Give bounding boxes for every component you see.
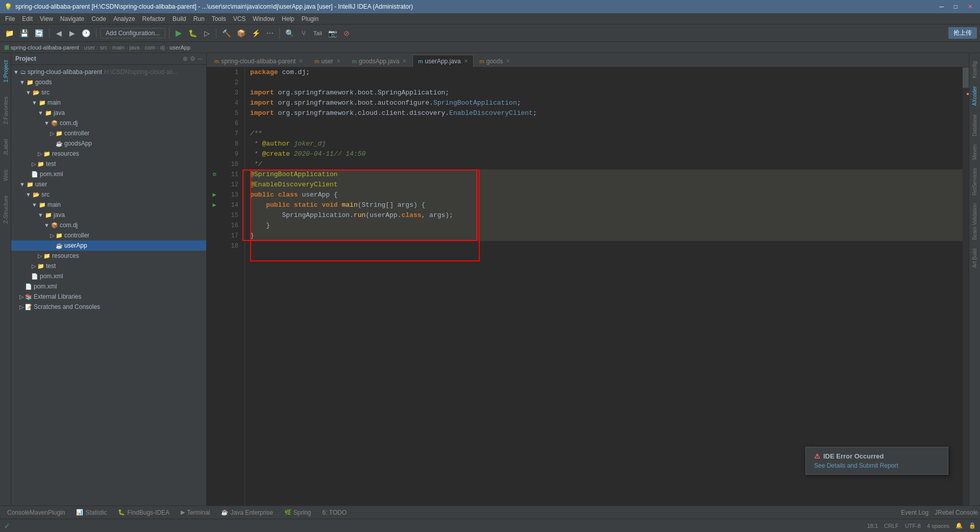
panel-icon-minimize[interactable]: ─ [198,55,202,62]
tree-user-app[interactable]: ▷ ☕ userApp [11,240,206,251]
tab-user-close[interactable]: ✕ [336,58,340,64]
breadcrumb-root[interactable]: spring-cloud-alibaba-parent [11,44,79,51]
close-button[interactable]: ✕ [965,2,976,11]
menu-tools[interactable]: Tools [209,14,229,23]
title-controls[interactable]: ─ □ ✕ [936,2,976,11]
right-panel-artbuild[interactable]: Art Build [971,246,978,271]
toolbar-debug-button[interactable]: 🐛 [186,27,199,39]
tree-goods-pom[interactable]: ▷ 📄 pom.xml [11,169,206,179]
tab-userapp[interactable]: m userApp.java ✕ [412,55,473,67]
breadcrumb-com[interactable]: com [144,44,155,51]
tree-goods-resources[interactable]: ▷ 📁 resources [11,149,206,159]
remote-upload-button[interactable]: 抢上传 [948,27,977,39]
scroll-map[interactable] [963,67,969,505]
gutter-row-14[interactable]: ▶ [207,200,222,210]
right-panel-beam[interactable]: Beam Validation [971,200,978,243]
tree-goods-main[interactable]: ▼ 📁 main [11,98,206,108]
menu-analyze[interactable]: Analyze [110,14,138,23]
toolbar-search-button[interactable]: 🔍 [283,27,296,39]
tree-user-controller[interactable]: ▷ 📁 controller [11,230,206,240]
bottom-tab-todo[interactable]: 6: TODO [317,507,352,518]
right-panel-database[interactable]: Database [971,111,978,139]
tab-goods[interactable]: m goods ✕ [474,55,516,67]
tree-goods-comdj[interactable]: ▼ 📦 com.dj [11,118,206,128]
error-details-link[interactable]: See Details and Submit Report [814,462,940,469]
panel-label-web[interactable]: Web [2,167,10,183]
tree-user-pom[interactable]: ▷ 📄 pom.xml [11,271,206,281]
tree-user[interactable]: ▼ 📁 user [11,179,206,189]
breadcrumb-user[interactable]: user [84,44,95,51]
bottom-tab-spring[interactable]: 🌿 Spring [279,507,316,518]
right-panel-maven[interactable]: Maven [971,141,978,163]
menu-window[interactable]: Window [250,14,278,23]
bottom-tab-findbugs[interactable]: 🐛 FindBugs-IDEA [113,507,175,518]
status-position[interactable]: 18:1 [867,523,878,529]
tree-goods-java[interactable]: ▼ 📁 java [11,108,206,118]
gutter-row-11[interactable]: ⚙ [207,170,222,180]
code-editor[interactable]: ⚙ ▶ ▶ 1 2 3 4 5 6 7 [207,67,969,505]
tab-goodsapp-close[interactable]: ✕ [402,58,406,64]
menu-run[interactable]: Run [190,14,208,23]
tree-root[interactable]: ▼ 🗂 spring-cloud-alibaba-parent H:\CSDN\… [11,67,206,77]
toolbar-more-button[interactable]: ⋯ [264,27,276,39]
tab-user[interactable]: m user ✕ [309,55,346,67]
breadcrumb-src[interactable]: src [100,44,108,51]
toolbar-run-button[interactable]: ▶ [173,27,184,39]
toolbar-power-button[interactable]: ⚡ [250,27,262,39]
right-panel-retservices[interactable]: RetServices [971,165,978,199]
tree-goods-test[interactable]: ▷ 📁 test [11,159,206,169]
menu-build[interactable]: Build [169,14,189,23]
toolbar-camera-button[interactable]: 📷 [326,27,339,39]
tree-user-comdj[interactable]: ▼ 📦 com.dj [11,220,206,230]
tree-goods-src[interactable]: ▼ 📂 src [11,87,206,98]
right-panel-kconfig[interactable]: Kconfig [971,58,978,81]
tree-root-pom[interactable]: ▷ 📄 pom.xml [11,281,206,292]
menu-vcs[interactable]: VCS [230,14,249,23]
breadcrumb-dj[interactable]: dj [160,44,165,51]
tree-user-resources[interactable]: ▷ 📁 resources [11,251,206,261]
panel-icon-settings[interactable]: ⚙ [190,55,195,62]
tree-external-libs[interactable]: ▷ 📚 External Libraries [11,292,206,302]
toolbar-tail-button[interactable]: Tail [311,27,324,39]
toolbar-forward-button[interactable]: ▶ [66,27,78,39]
minimize-button[interactable]: ─ [936,2,947,11]
jrebel-console-link[interactable]: JRebel Console [935,509,978,516]
panel-label-favorites[interactable]: 2:Favorites [2,94,10,126]
toolbar-deploy-button[interactable]: 📦 [235,27,248,39]
breadcrumb-userapp[interactable]: userApp [169,44,190,51]
tab-spring-parent-close[interactable]: ✕ [299,58,303,64]
tree-goods[interactable]: ▼ 📁 goods [11,77,206,87]
tree-user-main[interactable]: ▼ 📁 main [11,200,206,210]
tree-user-src[interactable]: ▼ 📂 src [11,189,206,200]
tree-scratches[interactable]: ▷ 📝 Scratches and Consoles [11,302,206,312]
tab-goods-close[interactable]: ✕ [506,58,510,64]
menu-view[interactable]: View [37,14,56,23]
add-config-button[interactable]: Add Configuration... [100,28,165,38]
menu-help[interactable]: Help [279,14,298,23]
status-encoding[interactable]: UTF-8 [905,523,921,529]
code-content[interactable]: package com.dj; import org.springframewo… [245,67,963,505]
right-panel-axcoder[interactable]: AXcoder [971,83,978,109]
menu-plugin[interactable]: Plugin [299,14,322,23]
toolbar-save-button[interactable]: 💾 [18,27,31,39]
status-indent[interactable]: 4 spaces [927,523,949,529]
menu-edit[interactable]: Edit [19,14,36,23]
bottom-tab-consolemaven[interactable]: ConsoleMavenPlugin [2,507,70,518]
status-line-ending[interactable]: CRLF [884,523,899,529]
tree-user-test[interactable]: ▷ 📁 test [11,261,206,271]
maximize-button[interactable]: □ [951,2,961,11]
menu-navigate[interactable]: Navigate [57,14,87,23]
panel-label-project[interactable]: 1:Project [2,58,10,84]
menu-refactor[interactable]: Refactor [139,14,168,23]
toolbar-git-button[interactable]: ⑂ [298,27,309,39]
toolbar-sync-button[interactable]: 🔄 [33,27,45,39]
panel-label-jlabel[interactable]: JLabel [2,137,10,157]
tree-goods-controller[interactable]: ▷ 📁 controller [11,128,206,138]
tree-user-java[interactable]: ▼ 📁 java [11,210,206,220]
toolbar-stop-button[interactable]: ⊘ [341,27,352,39]
toolbar-recent-button[interactable]: 🕐 [80,27,92,39]
tab-spring-parent[interactable]: m spring-cloud-alibaba-parent ✕ [209,55,308,67]
tab-userapp-close[interactable]: ✕ [464,58,468,64]
panel-icon-gear[interactable]: ⊕ [183,55,188,62]
toolbar-project-icon[interactable]: 📁 [3,27,16,39]
